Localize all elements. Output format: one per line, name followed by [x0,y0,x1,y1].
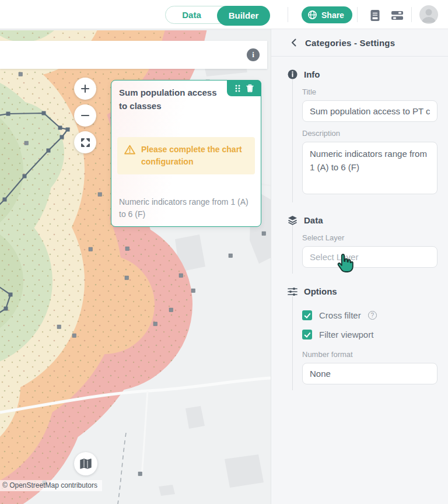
options-heading: Options [304,286,337,296]
data-heading: Data [304,215,323,225]
cross-filter-row: Cross filter ? [302,310,438,320]
layers-panel-icon[interactable] [390,8,404,22]
mode-toggle: Data Builder [165,6,270,24]
map-icon [80,459,92,469]
widget-title: Sum population access to classes [119,86,225,113]
divider [288,7,288,22]
select-layer-label: Select Layer [302,233,438,242]
filter-viewport-row: Filter viewport [302,330,438,340]
section-options: Options Cross filter ? Filter viewport N… [271,286,448,390]
description-label: Description [302,129,438,138]
back-chevron-icon[interactable] [291,38,296,47]
title-label: Title [302,88,438,96]
sliders-icon [288,287,298,296]
section-data: Data Select Layer [271,215,448,274]
panel-header: Categories - Settings [271,29,448,57]
zoom-in-button[interactable] [74,78,96,100]
globe-icon [307,10,317,20]
filter-viewport-label: Filter viewport [319,330,373,340]
info-icon [288,69,298,79]
warning-triangle-icon [124,145,135,155]
description-input[interactable]: Numeric indicators range from 1 (A) to 6… [302,142,438,194]
title-input[interactable] [302,100,438,122]
plus-icon [80,84,90,93]
expand-arrows-icon [80,138,90,148]
tab-data[interactable]: Data [166,10,218,20]
map-top-bar: i [0,41,267,69]
chart-widget-card: Sum population access to classes Please … [111,80,261,227]
cross-filter-checkbox[interactable] [302,310,312,320]
user-avatar[interactable] [419,5,438,24]
drag-handle-icon[interactable] [235,85,240,92]
map-info-icon[interactable]: i [247,48,260,61]
section-info: Info Title Description Numeric indicator… [271,69,448,202]
number-format-dropdown[interactable]: None [302,363,438,384]
fit-bounds-button[interactable] [74,131,96,153]
help-icon[interactable]: ? [368,311,377,320]
widget-description: Numeric indicators range from 1 (A) to 6… [119,196,253,221]
share-label: Share [321,10,344,20]
select-layer-dropdown[interactable] [302,246,438,268]
layers-icon [288,215,298,225]
map-attribution[interactable]: © OpenStreetMap contributors [0,480,102,491]
share-button[interactable]: Share [302,6,352,23]
widget-warning-text: Please complete the chart configuration [141,144,248,168]
settings-panel: Categories - Settings Info Title Descrip… [271,29,448,504]
panel-title: Categories - Settings [305,38,395,48]
cross-filter-label: Cross filter [319,310,361,320]
map-canvas[interactable]: i © OpenStreetMap contributors Sum popul… [0,30,271,504]
info-heading: Info [304,69,320,79]
filter-viewport-checkbox[interactable] [302,330,312,340]
app-header: Data Builder Share [0,0,448,29]
widget-actions-chip [227,80,261,96]
divider [411,7,412,22]
delete-widget-icon[interactable] [246,84,254,92]
divider [357,7,358,22]
zoom-out-button[interactable] [74,104,96,127]
minus-icon [80,111,90,120]
docs-icon[interactable] [368,8,382,22]
basemap-style-button[interactable] [74,452,97,475]
number-format-label: Number format [302,350,438,359]
tab-builder[interactable]: Builder [217,6,270,26]
widget-warning-banner: Please complete the chart configuration [117,137,255,174]
